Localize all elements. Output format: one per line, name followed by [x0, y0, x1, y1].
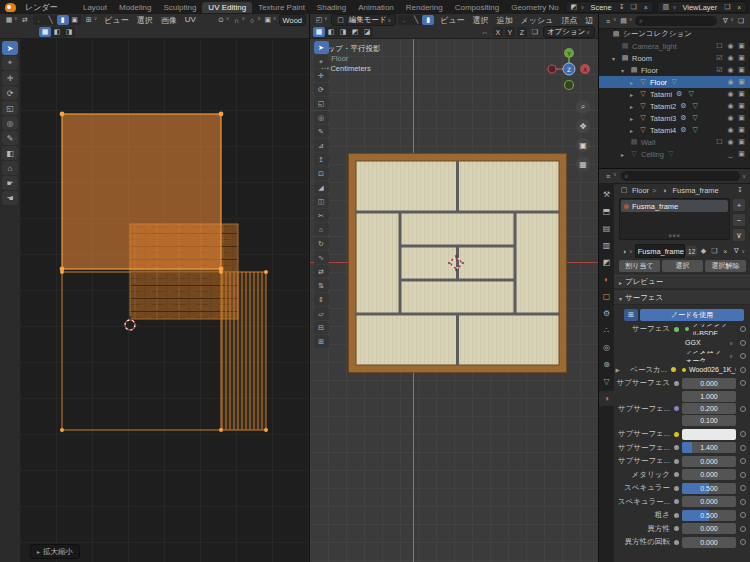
shader-field[interactable]: プリンシプルBSDF [682, 324, 736, 335]
rip-region-tool[interactable]: ◧ [2, 146, 18, 160]
snap-magnet-icon-chevron[interactable]: ∨ [242, 15, 246, 25]
hide-eye-icon[interactable]: ◉ [725, 54, 736, 62]
options-dropdown[interactable]: オプション ∨ [543, 26, 595, 38]
tab-data[interactable]: ▽ [599, 374, 614, 389]
camera-view-icon[interactable]: ▣ [576, 138, 590, 152]
zoom-icon[interactable]: ⌕ [576, 100, 590, 114]
viewport-editor-type-icon-chevron[interactable]: ∨ [324, 15, 328, 25]
menu-メッシュ[interactable]: メッシュ [517, 15, 558, 26]
fake-user-shield-icon[interactable]: ◆ [698, 247, 708, 255]
loop-cut-tool[interactable]: ◫ [314, 195, 329, 208]
menu-画像[interactable]: 画像 [157, 15, 181, 26]
menu-ビュー[interactable]: ビュー [100, 15, 132, 26]
exclude-checkbox[interactable]: ☐ [714, 42, 725, 50]
gizmo-y-neg-axis[interactable] [565, 81, 574, 90]
camera-visibility-icon[interactable]: ▣ [736, 138, 747, 146]
tab-render[interactable]: ⬒ [599, 204, 614, 219]
select-button[interactable]: 選択 [662, 260, 703, 272]
hide-eye-icon[interactable]: ◉ [725, 66, 736, 74]
hide-eye-icon[interactable]: ◉ [725, 138, 736, 146]
pin-icon[interactable]: ↧ [735, 186, 745, 194]
decorator-dot[interactable] [740, 445, 746, 451]
decorator-dot[interactable] [740, 458, 746, 464]
browse-material-icon[interactable]: ◑ [619, 248, 629, 255]
decorator-dot[interactable] [740, 326, 746, 332]
unlink-icon[interactable]: × [720, 248, 730, 255]
menu-UV[interactable]: UV [181, 15, 200, 26]
filter-icon-chevron[interactable]: ∨ [730, 16, 734, 26]
disclosure-icon[interactable]: ▸ [630, 79, 638, 86]
material-slot-item[interactable]: Fusma_frame [621, 200, 728, 212]
tab-object[interactable]: ▢ [599, 289, 614, 304]
workspace-tab-uv-editing[interactable]: UV Editing [202, 2, 252, 13]
copy-scene-icon[interactable]: ❏ [629, 3, 639, 11]
annotate-tool[interactable]: ✎ [314, 125, 329, 138]
camera-visibility-icon[interactable]: ▣ [736, 150, 747, 158]
value-field[interactable]: 0.000 [682, 456, 736, 467]
value-field[interactable]: 1.400 [682, 442, 736, 453]
mirror-icon[interactable]: ⇔ [479, 27, 491, 37]
outliner-row-Wall[interactable]: ▤Wall☐◉▣ [599, 136, 750, 148]
new-collection-icon[interactable]: ❏ [735, 16, 747, 26]
outliner-row-Tatami4[interactable]: ▸▽Tatami4⚙▽◉▣ [599, 124, 750, 136]
toggle-grid-icon[interactable]: ▦ [576, 157, 590, 171]
outliner-row-Floor[interactable]: ▸▽Floor▽◉▣ [599, 76, 750, 88]
bevel-tool[interactable]: ◢ [314, 181, 329, 194]
menu-選択[interactable]: 選択 [133, 15, 157, 26]
tab-world[interactable]: ◐ [599, 272, 614, 287]
workspace-tab-texture-paint[interactable]: Texture Paint [252, 2, 311, 13]
workspace-tab-layout[interactable]: Layout [77, 2, 113, 13]
sticky-select-icon-chevron[interactable]: ∨ [94, 15, 98, 25]
hide-eye-icon[interactable]: ‿ [725, 150, 736, 158]
menu-頂点[interactable]: 頂点 [557, 15, 581, 26]
scale-tool[interactable]: ◱ [314, 97, 329, 110]
rip-region-tool[interactable]: ⊟ [314, 321, 329, 334]
camera-visibility-icon[interactable]: ▣ [736, 54, 747, 62]
camera-visibility-icon[interactable]: ▣ [736, 102, 747, 110]
measure-tool[interactable]: ⊿ [314, 139, 329, 152]
outliner-row-Tatami2[interactable]: ▸▽Tatami2⚙▽◉▣ [599, 100, 750, 112]
grab-tool[interactable]: ⌂ [2, 161, 18, 175]
uv-canvas[interactable]: ▸ 拡大縮小 [20, 38, 309, 562]
tab-tool[interactable]: ⚒ [599, 187, 614, 202]
viewport-canvas[interactable]: ➤⌖✛⟳◱◎✎⊿↥⊡◢◫✂⌂↻∿⇄⇅⇕▱⊟⊞ [310, 38, 598, 562]
filter-collection-icon-chevron[interactable]: ∨ [629, 16, 633, 26]
hide-eye-icon[interactable]: ◉ [725, 90, 736, 98]
preview-panel-header[interactable]: ▸ プレビュー [614, 275, 750, 289]
exclude-checkbox[interactable]: ☐ [714, 138, 725, 146]
hide-eye-icon[interactable]: ◉ [725, 78, 736, 86]
face-select-icon[interactable]: ▮ [422, 15, 434, 25]
outliner-display-mode-icon-chevron[interactable]: ∨ [613, 16, 617, 26]
sss-method-dropdown[interactable]: ランダムウォーク ∨ [682, 351, 736, 362]
mirror-y-button[interactable]: Y [505, 27, 515, 37]
uv-editor-type-icon-chevron[interactable]: ∨ [14, 15, 18, 25]
hide-eye-icon[interactable]: ◉ [725, 114, 736, 122]
uv-select-edge-icon[interactable]: ╲ [45, 15, 57, 25]
properties-search-input[interactable]: ⌕ [621, 171, 741, 181]
decorator-dot[interactable] [740, 340, 746, 346]
properties-editor-type-icon-chevron[interactable]: ∨ [613, 171, 617, 181]
value-field[interactable]: 0.000 [682, 469, 736, 480]
workspace-tab-shading[interactable]: Shading [311, 2, 352, 13]
transform-tool[interactable]: ◎ [2, 116, 18, 130]
copy-view-layer-icon[interactable]: ❏ [722, 3, 732, 11]
menu-辺[interactable]: 辺 [581, 15, 597, 26]
assign-button[interactable]: 割り当て [619, 260, 660, 272]
tab-particles[interactable]: ∴ [599, 323, 614, 338]
outliner-row-シーンコレクション[interactable]: ▤シーンコレクション [599, 28, 750, 40]
close-icon[interactable]: × [641, 4, 651, 11]
uv-display-modified-icon[interactable]: ◨ [63, 27, 75, 37]
view-layer-selector[interactable]: ▥∨ ViewLayer ❏ × [657, 1, 748, 13]
uv-select-face-icon[interactable]: ▮ [57, 15, 69, 25]
mirror-z-button[interactable]: Z [517, 27, 527, 37]
breadcrumb-material[interactable]: Fusma_frame [672, 186, 718, 195]
disclosure-icon[interactable]: ▸ [630, 127, 638, 134]
uv-overlay-toggle-icon[interactable]: ▦ [39, 27, 51, 37]
workspace-tab-geometry-no[interactable]: Geometry No [505, 2, 565, 13]
uv-select-island-icon[interactable]: ▣ [69, 15, 81, 25]
tab-material[interactable]: ◑ [599, 391, 614, 406]
blender-logo-icon[interactable] [5, 3, 16, 12]
value-field[interactable]: 0.000 [682, 523, 736, 534]
annotate-tool[interactable]: ✎ [2, 131, 18, 145]
use-nodes-button[interactable]: ノードを使用 [640, 309, 744, 321]
